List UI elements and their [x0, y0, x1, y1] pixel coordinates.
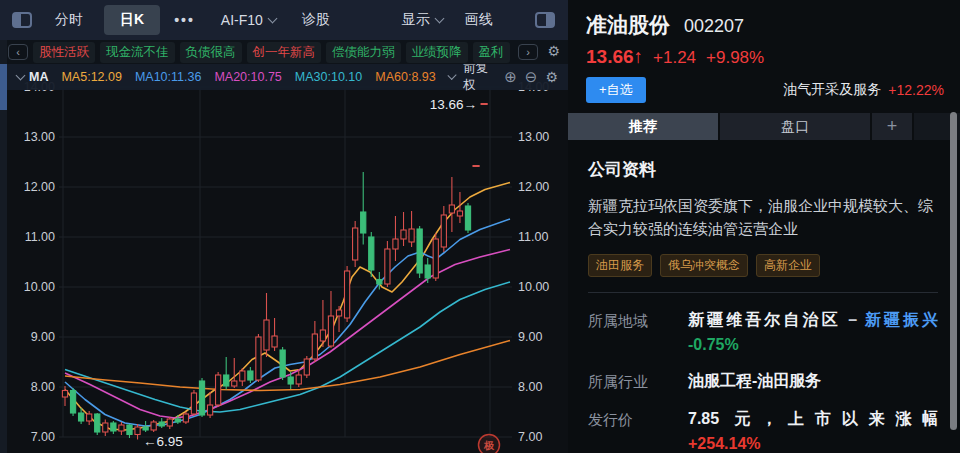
tab-daily-k[interactable]: 日K — [104, 5, 160, 35]
ma-group-toggle[interactable]: MA — [17, 70, 48, 84]
chevron-down-icon[interactable] — [447, 70, 456, 79]
add-tab-button[interactable]: + — [872, 113, 912, 140]
tag-profit[interactable]: 盈利 — [473, 42, 510, 63]
ma-indicator-row: MA MA5:12.09 MA10:11.36 MA20:10.75 MA30:… — [7, 64, 568, 90]
svg-text:11.00: 11.00 — [518, 230, 548, 244]
stock-name: 准油股份 — [586, 11, 670, 39]
svg-text:11.00: 11.00 — [25, 230, 55, 244]
toggle-left-panel-button[interactable] — [12, 12, 32, 28]
panel-right-icon — [535, 12, 555, 28]
svg-text:8.00: 8.00 — [518, 380, 542, 394]
sector-link[interactable]: 油气开采及服务 — [783, 81, 881, 99]
divider — [588, 292, 938, 293]
tag-high-debt[interactable]: 负债很高 — [180, 42, 242, 63]
stock-code: 002207 — [684, 16, 744, 37]
svg-text:10.00: 10.00 — [518, 280, 549, 294]
seal-stamp-icon: 极 — [479, 435, 500, 453]
price-row: 13.66↑ +1.24 +9.98% — [586, 46, 944, 68]
tab-diagnose-stock[interactable]: 诊股 — [302, 11, 330, 29]
svg-text:10.00: 10.00 — [24, 280, 55, 294]
industry-value: 油服工程-油田服务 — [688, 372, 821, 389]
ma30-value: MA30:10.10 — [295, 70, 362, 84]
price-change-pct: +9.98% — [706, 48, 764, 68]
signal-tag-row: ‹ 股性活跃 现金流不佳 负债很高 创一年新高 偿债能力弱 业绩预降 盈利 › … — [0, 40, 568, 64]
tab-minute-chart[interactable]: 分时 — [55, 11, 83, 29]
chart-svg: 14.0014.0013.0013.0012.0012.0011.0011.00… — [7, 64, 568, 453]
stock-app-window: 分时 日K ••• AI-F10 诊股 显示 画线 ‹ 股性活跃 现金流不佳 负… — [0, 0, 960, 453]
left-rail-scroll-thumb[interactable] — [0, 64, 7, 110]
adjust-mode-selector[interactable]: 前复权 — [463, 64, 496, 94]
concept-tags: 油田服务 俄乌冲突概念 高新企业 — [588, 254, 938, 277]
svg-text:7.00: 7.00 — [31, 430, 55, 444]
region-concept-link[interactable]: 新疆振兴 — [865, 311, 938, 328]
issue-price-value: 7.85 元，上市以来涨幅 — [688, 409, 938, 430]
more-periods-button[interactable]: ••• — [174, 12, 195, 28]
panel-scrollbar[interactable] — [950, 112, 957, 430]
svg-text:极: 极 — [483, 440, 495, 451]
left-edge-rail — [0, 40, 7, 453]
ma20-value: MA20:10.75 — [214, 70, 281, 84]
ma-line-MA20 — [65, 250, 510, 419]
field-issue-price: 发行价 7.85 元，上市以来涨幅 +254.14% — [588, 409, 938, 453]
tag-earnings-decline[interactable]: 业绩预降 — [406, 42, 468, 63]
draw-line-button[interactable]: 画线 — [465, 11, 493, 29]
svg-text:12.00: 12.00 — [24, 180, 55, 194]
svg-text:13.66→: 13.66→ — [430, 97, 477, 112]
tab-ai-f10[interactable]: AI-F10 — [221, 12, 276, 28]
tag-active-stock[interactable]: 股性活跃 — [33, 42, 95, 63]
svg-text:13.00: 13.00 — [518, 130, 549, 144]
concept-tag-hightech[interactable]: 高新企业 — [756, 254, 820, 277]
chevron-down-icon — [434, 13, 444, 23]
stock-info-panel: 准油股份 002207 13.66↑ +1.24 +9.98% +自选 油气开采… — [568, 0, 960, 453]
zoom-out-icon[interactable]: ⊖ — [525, 68, 538, 86]
field-label: 所属行业 — [588, 371, 688, 392]
svg-text:9.00: 9.00 — [31, 330, 55, 344]
chevron-down-icon — [267, 13, 277, 23]
panel-left-icon — [12, 12, 32, 28]
chart-toolbar: 分时 日K ••• AI-F10 诊股 显示 画线 — [0, 0, 568, 40]
tags-settings-gear-icon[interactable]: ⚙ — [545, 43, 562, 59]
sector-change-pct: +12.22% — [888, 82, 944, 98]
ma10-value: MA10:11.36 — [135, 70, 201, 84]
tag-one-year-high[interactable]: 创一年新高 — [247, 42, 322, 63]
svg-text:7.00: 7.00 — [518, 430, 542, 444]
zoom-in-icon[interactable]: ⊕ — [504, 68, 517, 86]
chart-settings-gear-icon[interactable]: ⚙ — [545, 69, 558, 85]
chart-panel: 分时 日K ••• AI-F10 诊股 显示 画线 ‹ 股性活跃 现金流不佳 负… — [0, 0, 568, 453]
tags-prev-button[interactable]: ‹ — [8, 44, 28, 60]
tag-poor-cashflow[interactable]: 现金流不佳 — [100, 42, 175, 63]
chevron-down-icon — [16, 70, 26, 80]
tab-order-book[interactable]: 盘口 — [720, 113, 870, 140]
dash-separator: – — [848, 311, 857, 328]
ma-line-MA10 — [65, 219, 510, 426]
company-description: 新疆克拉玛依国资委旗下，油服企业中规模较大、综合实力较强的连续油管运营企业 — [588, 194, 938, 241]
tags-next-button[interactable]: › — [518, 44, 538, 60]
svg-text:8.00: 8.00 — [31, 380, 55, 394]
display-menu-button[interactable]: 显示 — [402, 11, 443, 29]
ma5-value: MA5:12.09 — [61, 70, 121, 84]
info-tab-bar: 推荐 盘口 + — [568, 113, 960, 140]
toggle-right-panel-button[interactable] — [535, 12, 555, 28]
add-to-watchlist-button[interactable]: +自选 — [586, 77, 646, 103]
tab-recommend[interactable]: 推荐 — [568, 113, 718, 140]
concept-tag-russia-ukraine[interactable]: 俄乌冲突概念 — [660, 254, 748, 277]
candlestick-chart[interactable]: MA MA5:12.09 MA10:11.36 MA20:10.75 MA30:… — [7, 64, 568, 453]
region-change-pct: -0.75% — [688, 336, 938, 354]
field-label: 发行价 — [588, 409, 688, 453]
concept-tag-oilfield-service[interactable]: 油田服务 — [588, 254, 652, 277]
field-label: 所属地域 — [588, 310, 688, 354]
grid-lines — [59, 87, 512, 437]
issue-change-pct: +254.14% — [688, 435, 938, 453]
field-region: 所属地域 新疆维吾尔自治区 – 新疆振兴 -0.75% — [588, 310, 938, 354]
last-price: 13.66↑ — [586, 46, 643, 68]
price-change: +1.24 — [653, 48, 696, 68]
region-value: 新疆维吾尔自治区 — [688, 311, 841, 328]
field-industry: 所属行业 油服工程-油田服务 — [588, 371, 938, 392]
tag-weak-solvency[interactable]: 偿债能力弱 — [326, 42, 401, 63]
section-title: 公司资料 — [588, 158, 938, 181]
ma-line-MA30 — [65, 282, 510, 412]
company-profile-section: 公司资料 新疆克拉玛依国资委旗下，油服企业中规模较大、综合实力较强的连续油管运营… — [568, 140, 960, 453]
stock-header: 准油股份 002207 13.66↑ +1.24 +9.98% +自选 油气开采… — [568, 0, 960, 103]
svg-text:9.00: 9.00 — [518, 330, 542, 344]
svg-text:12.00: 12.00 — [518, 180, 549, 194]
